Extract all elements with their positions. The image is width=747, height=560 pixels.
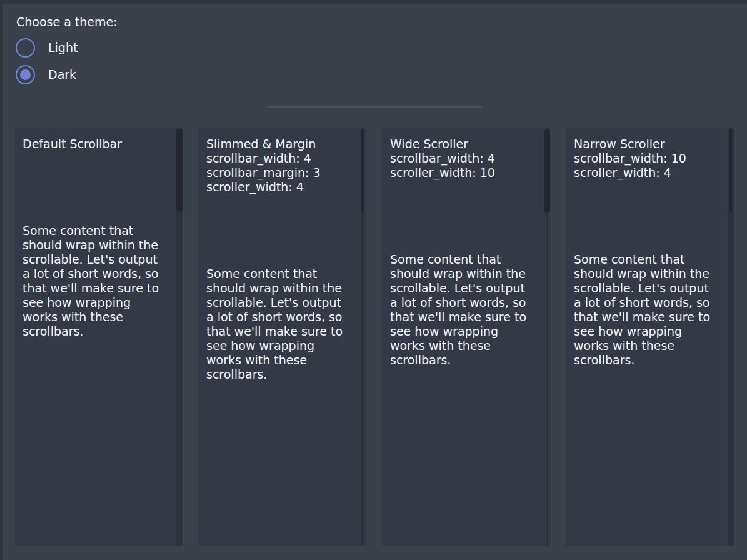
- radio-option-dark[interactable]: Dark: [16, 64, 76, 84]
- panel-params: scrollbar_width: 4 scroller_width: 10: [390, 151, 534, 180]
- window-edge-top: [0, 0, 747, 4]
- scrollbar-thumb[interactable]: [176, 129, 183, 212]
- panel-narrow-scroller: Narrow Scroller scrollbar_width: 10 scro…: [566, 128, 734, 546]
- radio-dot-icon: [20, 42, 31, 53]
- radio-label-dark: Dark: [48, 68, 76, 81]
- scrollbar-thumb[interactable]: [729, 129, 732, 214]
- panels-row: Default Scrollbar Some content that shou…: [14, 128, 734, 546]
- radio-circle-icon: [16, 38, 35, 58]
- scrollbar-thumb[interactable]: [361, 129, 364, 214]
- panel-body-text: Some content that should wrap within the…: [23, 224, 167, 339]
- radio-circle-icon: [16, 65, 35, 84]
- scrollable-content[interactable]: Slimmed & Margin scrollbar_width: 4 scro…: [198, 128, 367, 546]
- panel-body-text: Some content that should wrap within the…: [206, 267, 351, 382]
- window-edge-left: [0, 0, 3, 560]
- panel-params: scrollbar_width: 4 scrollbar_margin: 3 s…: [206, 151, 351, 194]
- spacer: [390, 180, 534, 252]
- theme-chooser-label: Choose a theme:: [16, 15, 118, 29]
- radio-option-light[interactable]: Light: [16, 38, 78, 58]
- spacer: [23, 151, 167, 224]
- scrollable-content[interactable]: Default Scrollbar Some content that shou…: [14, 128, 183, 546]
- panel-default-scrollbar: Default Scrollbar Some content that shou…: [14, 128, 183, 546]
- panel-wide-scroller: Wide Scroller scrollbar_width: 4 scrolle…: [382, 128, 551, 546]
- panel-title: Narrow Scroller: [574, 137, 718, 151]
- panel-params: scrollbar_width: 10 scroller_width: 4: [574, 151, 718, 180]
- panel-body-text: Some content that should wrap within the…: [574, 252, 718, 368]
- panel-title: Slimmed & Margin: [206, 137, 351, 151]
- panel-title: Wide Scroller: [390, 137, 534, 151]
- radio-dot-icon: [20, 69, 31, 80]
- panel-title: Default Scrollbar: [23, 137, 167, 151]
- scrollable-content[interactable]: Wide Scroller scrollbar_width: 4 scrolle…: [382, 128, 551, 546]
- spacer: [574, 180, 718, 252]
- radio-label-light: Light: [48, 41, 78, 54]
- panel-body-text: Some content that should wrap within the…: [390, 252, 534, 368]
- spacer: [206, 194, 351, 267]
- scrollable-content[interactable]: Narrow Scroller scrollbar_width: 10 scro…: [566, 128, 734, 546]
- scrollbar-thumb[interactable]: [544, 129, 550, 213]
- divider-rule: [267, 106, 482, 108]
- panel-slimmed-margin: Slimmed & Margin scrollbar_width: 4 scro…: [198, 128, 367, 546]
